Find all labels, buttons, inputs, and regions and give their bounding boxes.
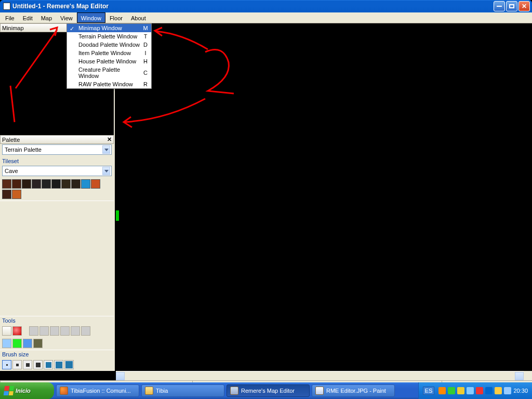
tray-icon[interactable] [448, 387, 455, 394]
palette-title: Palette [2, 137, 20, 143]
menu-about[interactable]: About [127, 12, 150, 23]
tileset-tile[interactable] [2, 179, 11, 189]
tool-button[interactable] [50, 326, 59, 336]
tool-button[interactable] [33, 339, 43, 348]
tool-button[interactable] [29, 326, 38, 336]
clock[interactable]: 20:30 [513, 388, 528, 394]
tileset-tile[interactable] [51, 179, 61, 189]
tileset-tile[interactable] [32, 179, 41, 189]
window-title: Untitled-1 - Remere's Map Editor [12, 3, 494, 10]
tileset-tile[interactable] [12, 190, 21, 199]
brush-size-2[interactable] [12, 360, 22, 369]
menubar: FileEditMapViewWindowFloorAbout [0, 12, 532, 23]
horizontal-scrollbar[interactable] [116, 371, 524, 380]
tray-icon[interactable] [467, 387, 474, 394]
tileset-label: Tileset [0, 156, 114, 165]
tray-icon[interactable] [438, 387, 446, 394]
tool-button[interactable] [12, 326, 22, 336]
brush-size-3[interactable] [23, 360, 32, 369]
taskbar-buttons: TibiaFusion :: Comuni...TibiaRemere's Ma… [54, 382, 395, 399]
start-button[interactable]: Inicio [0, 382, 54, 399]
menu-edit[interactable]: Edit [19, 12, 37, 23]
close-button[interactable]: ✕ [518, 1, 530, 11]
tileset-tile[interactable] [12, 179, 21, 189]
taskbar-button-label: Tibia [156, 388, 168, 394]
language-indicator[interactable]: ES [423, 387, 435, 395]
tileset-tile[interactable] [22, 179, 31, 189]
menu-item-shortcut: I [142, 50, 149, 56]
windows-taskbar: Inicio TibiaFusion :: Comuni...TibiaReme… [0, 382, 532, 399]
tool-button[interactable] [2, 326, 11, 336]
scroll-left-button[interactable] [116, 372, 125, 380]
menu-item-label: Minimap Window [78, 25, 122, 31]
tray-icon[interactable] [495, 387, 502, 394]
menu-item-shortcut: R [142, 81, 149, 87]
tileset-tile[interactable] [71, 179, 81, 189]
brush-size-7[interactable] [64, 360, 74, 369]
taskbar-button[interactable]: TibiaFusion :: Comuni... [56, 384, 139, 397]
menu-item-label: RAW Palette Window [78, 81, 133, 87]
tool-button[interactable] [12, 339, 22, 348]
system-tray[interactable]: ES 20:30 [418, 382, 532, 399]
tool-button[interactable] [23, 339, 32, 348]
tool-button[interactable] [81, 326, 90, 336]
tool-button[interactable] [2, 339, 11, 348]
menu-view[interactable]: View [56, 12, 77, 23]
menu-window[interactable]: Window [77, 12, 105, 23]
tool-button[interactable] [60, 326, 70, 336]
map-canvas[interactable] [116, 23, 532, 371]
brush-size-5[interactable] [44, 360, 53, 369]
taskbar-button[interactable]: RME Editor.JPG - Paint [312, 384, 395, 397]
menu-file[interactable]: File [1, 12, 19, 23]
brush-size-row [0, 358, 114, 371]
menu-item-doodad-palette-window[interactable]: Doodad Palette WindowD [67, 41, 151, 49]
brush-size-4[interactable] [33, 360, 43, 369]
taskbar-button-label: TibiaFusion :: Comuni... [71, 388, 131, 394]
menu-item-shortcut: C [142, 70, 149, 76]
app-icon [3, 3, 10, 10]
tileset-tile[interactable] [91, 179, 100, 189]
maximize-button[interactable] [506, 1, 517, 11]
tools-row-2 [0, 337, 114, 350]
tray-icon[interactable] [476, 387, 483, 394]
menu-item-shortcut: T [142, 33, 149, 39]
check-icon: ✓ [70, 25, 74, 32]
taskbar-button-label: RME Editor.JPG - Paint [326, 388, 386, 394]
tool-button[interactable] [39, 326, 49, 336]
window-controls: ✕ [494, 1, 530, 11]
chevron-down-icon[interactable] [102, 145, 110, 154]
menu-item-house-palette-window[interactable]: House Palette WindowH [67, 57, 151, 65]
menu-item-minimap-window[interactable]: ✓Minimap WindowM [67, 24, 151, 32]
menu-item-raw-palette-window[interactable]: RAW Palette WindowR [67, 80, 151, 88]
menu-floor[interactable]: Floor [105, 12, 127, 23]
tileset-tile[interactable] [61, 179, 71, 189]
tray-icon[interactable] [457, 387, 464, 394]
window-menu-dropdown[interactable]: ✓Minimap WindowMTerrain Palette WindowTD… [66, 23, 152, 89]
taskbar-button[interactable]: Tibia [141, 384, 224, 397]
tray-icon[interactable] [504, 387, 511, 394]
tileset-combo[interactable]: Cave [2, 166, 112, 176]
tileset-tile[interactable] [81, 179, 90, 189]
chevron-down-icon[interactable] [102, 167, 110, 175]
menu-item-terrain-palette-window[interactable]: Terrain Palette WindowT [67, 32, 151, 41]
tools-row-1 [0, 325, 114, 337]
palette-type-combo[interactable]: Terrain Palette [2, 144, 112, 155]
taskbar-button-label: Remere's Map Editor [241, 388, 295, 394]
palette-header[interactable]: Palette ✕ [0, 135, 114, 144]
canvas-marker [116, 210, 119, 221]
tileset-tile[interactable] [2, 190, 11, 199]
menu-item-creature-palette-window[interactable]: Creature Palette WindowC [67, 65, 151, 80]
tool-button[interactable] [71, 326, 80, 336]
menu-item-item-palette-window[interactable]: Item Palette WindowI [67, 49, 151, 57]
brush-size-6[interactable] [54, 360, 63, 369]
minimize-button[interactable] [494, 1, 505, 11]
menu-map[interactable]: Map [37, 12, 56, 23]
taskbar-button[interactable]: Remere's Map Editor [227, 384, 310, 397]
app-icon [60, 387, 68, 395]
tray-icon[interactable] [485, 387, 493, 394]
tileset-tile[interactable] [42, 179, 51, 189]
app-icon [230, 387, 238, 395]
palette-close-icon[interactable]: ✕ [107, 136, 112, 143]
scroll-right-button[interactable] [515, 372, 524, 380]
brush-size-1[interactable] [2, 360, 11, 369]
